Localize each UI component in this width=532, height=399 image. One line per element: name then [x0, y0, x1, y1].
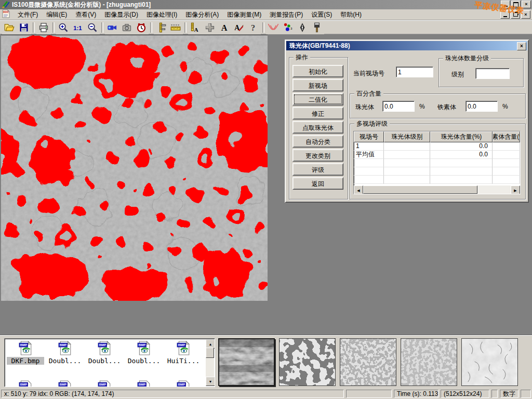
menu-view[interactable]: 查看(V)	[71, 9, 100, 20]
ferrite-percent-input[interactable]	[466, 101, 498, 112]
menu-image-measure[interactable]: 图像测量(M)	[223, 9, 265, 20]
camera-capture-button[interactable]	[119, 21, 134, 34]
thumbnail-4[interactable]	[401, 338, 457, 386]
file-item[interactable]: BMP	[125, 380, 163, 387]
dialog-close-button[interactable]: ×	[517, 42, 526, 50]
save-button[interactable]	[17, 21, 31, 34]
new-field-button[interactable]: 新视场	[292, 79, 343, 91]
grade-group-label: 珠光体数量分级	[443, 55, 491, 62]
open-icon	[4, 22, 15, 33]
initialize-button[interactable]: 初始化	[292, 65, 343, 77]
timer-button[interactable]	[134, 21, 149, 34]
return-button[interactable]: 返回	[292, 177, 343, 190]
file-item[interactable]: BMP	[46, 380, 84, 387]
svg-text:BMP: BMP	[178, 383, 185, 386]
scroll-track[interactable]	[477, 185, 511, 194]
file-browser: BMP DKF.bmp BMP Doubl... BMP Doubl... BM…	[4, 338, 215, 387]
camera-icon	[122, 22, 132, 33]
menu-image-display[interactable]: 图像显示(D)	[100, 9, 142, 20]
print-button[interactable]	[36, 21, 51, 34]
rating-table: 视场号 珠光体级别 珠光体含量(%) 铁素体含量(%) 1 0.0 平均值 0.…	[353, 131, 521, 194]
brush-tool-button[interactable]	[310, 21, 324, 34]
menu-image-analysis[interactable]: 图像分析(A)	[181, 9, 223, 20]
binarized-metallograph-image[interactable]	[1, 35, 268, 301]
text-edit-icon: A	[234, 22, 244, 33]
menu-image-process[interactable]: 图像处理(I)	[142, 9, 181, 20]
video-capture-button[interactable]	[105, 21, 119, 34]
menu-help[interactable]: 帮助(H)	[336, 9, 366, 20]
pearlite-percent-input[interactable]	[382, 101, 415, 112]
thumbnail-5[interactable]	[461, 338, 518, 386]
document-icon[interactable]: DOC	[2, 9, 10, 20]
bmp-file-icon: BMP	[177, 380, 190, 387]
correct-button[interactable]: 修正	[292, 107, 343, 119]
mode-indicator: 数字	[500, 390, 518, 398]
scroll-down-button[interactable]: ▼	[206, 377, 215, 386]
file-item[interactable]: BMP	[86, 380, 123, 387]
scroll-thumb[interactable]	[363, 185, 477, 194]
status-empty-panel	[346, 390, 392, 398]
menu-settings[interactable]: 设置(S)	[307, 9, 336, 20]
file-item[interactable]: BMP	[165, 380, 202, 387]
operations-group: 操作 初始化 新视场 二值化 修正 点取珠光体 自动分类 更改类别 评级 返回	[289, 57, 348, 200]
ferrite-label: 铁素体	[437, 103, 456, 112]
scroll-right-button[interactable]: ▶	[511, 185, 520, 194]
pick-pearlite-button[interactable]: 点取珠光体	[292, 121, 343, 134]
pen-tool-button[interactable]	[295, 21, 310, 34]
app-icon	[2, 0, 10, 10]
file-item[interactable]: BMP Doubl...	[46, 341, 84, 365]
file-item[interactable]: BMP Doubl...	[125, 341, 163, 365]
menu-file[interactable]: 文件(F)	[14, 9, 42, 20]
ruler-measure-button[interactable]	[168, 21, 183, 34]
table-row[interactable]: 1 0.0	[354, 142, 520, 151]
file-browser-scrollbar[interactable]: ▲ ▼	[206, 339, 214, 386]
scroll-left-button[interactable]: ◀	[354, 185, 363, 194]
change-class-button[interactable]: 更改类别	[292, 149, 343, 162]
caliper-measure-button[interactable]	[154, 21, 168, 34]
thumbnail-3[interactable]	[340, 338, 396, 386]
file-item[interactable]: BMP HuiTi...	[165, 341, 202, 365]
rate-button[interactable]: 评级	[292, 163, 343, 176]
grade-input[interactable]	[475, 68, 510, 79]
table-horizontal-scrollbar[interactable]: ◀ ▶	[354, 185, 520, 194]
ferrite-percent-sign: %	[502, 103, 508, 110]
col-field-number[interactable]: 视场号	[354, 131, 384, 142]
menu-edit[interactable]: 编辑(E)	[42, 9, 71, 20]
binarize-button[interactable]: 二值化	[292, 93, 343, 105]
percent-group-label: 百分含量	[354, 90, 383, 97]
zoom-out-button[interactable]	[85, 21, 100, 34]
svg-text:BMP: BMP	[60, 383, 66, 386]
col-ferrite-content[interactable]: 铁素体含量(%)	[493, 131, 520, 142]
caliper-text-icon: A	[190, 22, 201, 33]
current-field-input[interactable]	[396, 66, 433, 77]
menu-measure-report[interactable]: 测量报告(P)	[265, 9, 307, 20]
merge-tool-button[interactable]	[203, 21, 217, 34]
bottom-panel: BMP DKF.bmp BMP Doubl... BMP Doubl... BM…	[0, 335, 532, 389]
file-item[interactable]: BMP Doubl...	[86, 341, 123, 365]
file-item[interactable]: BMP	[7, 380, 44, 387]
cell-pearlite: 0.0	[430, 142, 493, 151]
col-pearlite-content[interactable]: 珠光体含量(%)	[430, 131, 493, 142]
actual-size-button[interactable]: 1:1	[71, 21, 85, 34]
file-item[interactable]: BMP DKF.bmp	[7, 341, 44, 365]
zoom-in-button[interactable]	[56, 21, 71, 34]
table-row-empty	[354, 159, 520, 167]
auto-classify-button[interactable]: 自动分类	[292, 135, 343, 148]
col-pearlite-grade[interactable]: 珠光体级别	[384, 131, 430, 142]
clock-icon	[136, 22, 147, 33]
dialog-title-bar[interactable]: 珠光体(GB/T9441-88)	[286, 41, 527, 50]
bmp-file-icon: BMP	[137, 341, 151, 355]
color-classify-button[interactable]: 3	[281, 21, 295, 34]
scroll-thumb[interactable]	[206, 348, 214, 358]
text-edit-button[interactable]: A	[232, 21, 246, 34]
thumbnail-1[interactable]	[218, 338, 275, 386]
open-button[interactable]	[2, 21, 17, 34]
brush-icon	[312, 22, 322, 33]
text-tool-button[interactable]: A	[217, 21, 232, 34]
help-button[interactable]: ?	[246, 21, 261, 34]
curve-cut-button[interactable]	[266, 21, 281, 34]
table-row[interactable]: 平均值 0.0	[354, 151, 520, 159]
thumbnail-2[interactable]	[279, 338, 336, 386]
measure-annotate-button[interactable]: A	[188, 21, 203, 34]
cross-icon	[205, 22, 215, 33]
